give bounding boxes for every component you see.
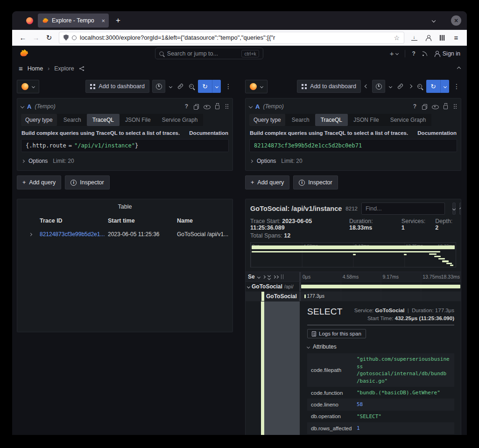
collapse-query-chevron-icon[interactable] xyxy=(249,105,253,108)
browser-tab[interactable]: Explore - Tempo × xyxy=(38,14,109,28)
query-help-icon[interactable]: ? xyxy=(413,103,416,110)
zoom-out-time-icon[interactable] xyxy=(188,84,195,89)
downloads-icon[interactable]: ↓ xyxy=(408,32,420,44)
url-bar[interactable]: localhost:3000/explore?orgId=1&left={"da… xyxy=(59,32,404,44)
span-tree-offset[interactable] xyxy=(264,301,300,435)
tab-service-graph[interactable]: Service Graph xyxy=(156,114,204,126)
attributes-accordion[interactable]: Attributes xyxy=(307,343,454,350)
remove-query-icon[interactable] xyxy=(215,105,219,109)
add-to-dashboard-button[interactable]: Add to dashboard xyxy=(85,80,149,93)
narrow-pane-icon[interactable] xyxy=(364,85,369,88)
query-ref-id[interactable]: A xyxy=(27,103,31,110)
service-operation-column-header[interactable]: Se xyxy=(246,272,301,281)
zoom-out-time-icon[interactable] xyxy=(416,84,423,89)
span-name-cell[interactable]: GoToSocial xyxy=(246,292,301,301)
run-query-button[interactable]: ↻ xyxy=(198,80,221,93)
remove-query-icon[interactable] xyxy=(444,105,448,109)
tab-close-icon[interactable]: × xyxy=(101,17,105,24)
add-query-button[interactable]: + Add query xyxy=(17,175,61,189)
list-tabs-chevron-icon[interactable] xyxy=(432,19,436,22)
span-bar[interactable] xyxy=(304,294,306,298)
news-icon[interactable] xyxy=(422,51,428,56)
column-name[interactable]: Name xyxy=(177,216,229,228)
grafana-logo-icon[interactable] xyxy=(19,49,28,58)
column-start-time[interactable]: Start time xyxy=(108,216,177,228)
mega-menu-icon[interactable]: ≡ xyxy=(19,64,23,72)
tab-search[interactable]: Search xyxy=(286,114,315,126)
copy-link-icon[interactable] xyxy=(396,85,405,88)
run-interval-chevron-icon[interactable] xyxy=(212,80,221,93)
disable-query-icon[interactable] xyxy=(204,104,210,110)
find-prev-button[interactable] xyxy=(459,203,461,215)
span-row-root[interactable]: GoToSocial /api/ xyxy=(246,282,461,292)
window-close-button[interactable]: × xyxy=(451,15,461,26)
documentation-link[interactable]: Documentation xyxy=(189,130,228,136)
pane-kebab-menu-icon[interactable]: ⋮ xyxy=(452,83,461,90)
pane-kebab-menu-icon[interactable]: ⋮ xyxy=(224,83,233,90)
span-name-cell[interactable]: GoToSocial /api/ xyxy=(246,282,301,291)
time-picker-button[interactable] xyxy=(372,80,385,93)
tab-json-file[interactable]: JSON File xyxy=(348,114,385,126)
widen-pane-icon[interactable] xyxy=(408,85,413,88)
expand-one-level-icon[interactable] xyxy=(262,275,266,278)
tab-traceql[interactable]: TraceQL xyxy=(87,114,120,126)
back-button[interactable]: ← xyxy=(17,32,29,44)
search-input[interactable]: Search or jump to... ctrl+k xyxy=(155,48,263,59)
firefox-view-icon[interactable] xyxy=(26,17,33,24)
breadcrumb-current[interactable]: Explore xyxy=(54,65,74,72)
traceql-query-input[interactable]: {.http.route="/api/v1/instance"} xyxy=(21,139,229,152)
tab-service-graph[interactable]: Service Graph xyxy=(385,114,432,126)
documentation-link[interactable]: Documentation xyxy=(417,130,457,136)
time-picker-chevron-icon[interactable] xyxy=(388,85,393,88)
drag-query-icon[interactable] xyxy=(453,104,457,109)
expand-all-icon[interactable] xyxy=(268,274,270,280)
column-trace-id[interactable]: Trace ID xyxy=(40,216,108,228)
account-icon[interactable] xyxy=(422,32,434,44)
query-ref-id[interactable]: A xyxy=(255,103,260,110)
breadcrumb-home[interactable]: Home xyxy=(28,65,43,72)
reload-button[interactable]: ↻ xyxy=(43,32,55,44)
collapse-toolbar-chevron-icon[interactable] xyxy=(457,66,461,70)
refresh-icon[interactable]: ↻ xyxy=(198,80,212,93)
tab-search[interactable]: Search xyxy=(58,114,87,126)
query-options-row[interactable]: Options Limit: 20 xyxy=(249,156,457,166)
disable-query-icon[interactable] xyxy=(432,104,438,110)
new-tab-button[interactable]: + xyxy=(113,16,123,25)
bookmark-star-icon[interactable]: ☆ xyxy=(394,34,400,42)
collapse-span-chevron-icon[interactable] xyxy=(247,285,250,288)
find-input[interactable] xyxy=(361,203,445,215)
datasource-picker[interactable] xyxy=(17,80,39,93)
datasource-picker[interactable] xyxy=(245,80,268,93)
tracking-shield-icon[interactable] xyxy=(63,35,69,41)
span-row-selected[interactable]: GoToSocial 177.3μs xyxy=(246,292,461,301)
expand-row-chevron-icon[interactable] xyxy=(21,231,40,238)
duplicate-query-icon[interactable] xyxy=(422,104,426,109)
library-icon[interactable] xyxy=(436,32,448,44)
column-resize-handle[interactable] xyxy=(281,274,283,279)
logs-for-span-button[interactable]: Logs for this span xyxy=(307,329,366,338)
duplicate-query-icon[interactable] xyxy=(194,104,198,109)
query-options-row[interactable]: Options Limit: 20 xyxy=(21,156,229,166)
sign-in-button[interactable]: Sign in xyxy=(434,50,460,57)
trace-id-link[interactable]: 82124873cf3e99b5d2e1... xyxy=(40,228,108,240)
traceql-query-input[interactable]: 82124873cf3e99b5d2e1cc5d2bc0eb71 xyxy=(249,139,457,152)
forward-button[interactable]: → xyxy=(30,32,42,44)
run-query-button[interactable]: ↻ xyxy=(426,80,449,93)
inspector-button[interactable]: Inspector xyxy=(293,175,338,189)
tab-traceql[interactable]: TraceQL xyxy=(315,114,348,126)
drag-query-icon[interactable] xyxy=(225,104,229,109)
new-menu-button[interactable]: + xyxy=(390,49,399,57)
tab-json-file[interactable]: JSON File xyxy=(120,114,156,126)
query-help-icon[interactable]: ? xyxy=(185,103,188,110)
add-to-dashboard-button[interactable]: Add to dashboard xyxy=(297,80,361,93)
page-info-icon[interactable] xyxy=(72,35,77,40)
span-timeline-cell[interactable] xyxy=(301,282,461,291)
span-bar[interactable] xyxy=(301,285,460,288)
trace-minimap[interactable]: 0μs 4.58ms 9.17ms 13.75ms 18.33ms xyxy=(250,242,456,267)
app-menu-icon[interactable]: ≡ xyxy=(450,32,462,44)
time-picker-button[interactable] xyxy=(152,80,165,93)
time-picker-chevron-icon[interactable] xyxy=(168,85,173,88)
help-icon[interactable]: ? xyxy=(412,50,415,57)
find-next-button[interactable] xyxy=(452,203,456,215)
add-query-button[interactable]: + Add query xyxy=(245,175,289,189)
